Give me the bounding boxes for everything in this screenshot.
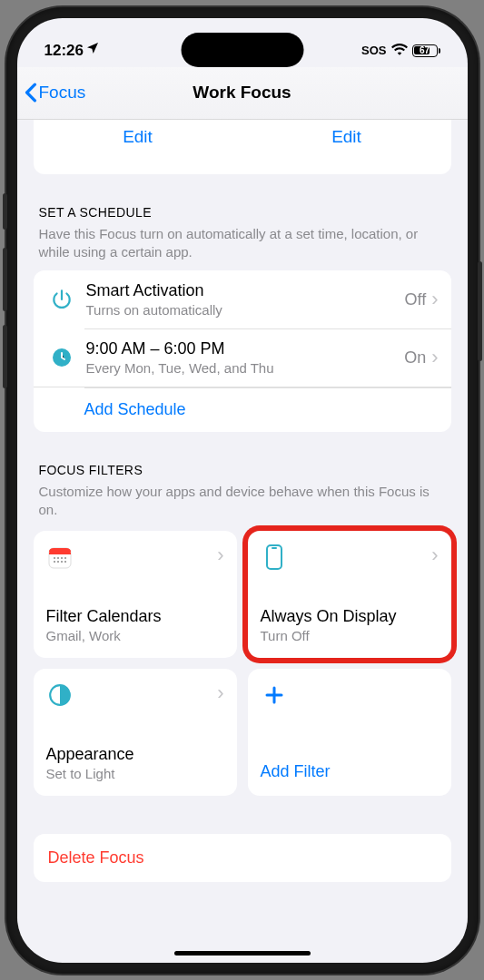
location-arrow-icon bbox=[85, 41, 100, 60]
schedule-card: Smart Activation Turns on automatically … bbox=[34, 270, 451, 432]
back-button[interactable]: Focus bbox=[25, 83, 86, 103]
filter-sub: Turn Off bbox=[261, 628, 439, 643]
row-main: 9:00 AM – 6:00 PM Every Mon, Tue, Wed, a… bbox=[86, 339, 405, 376]
svg-point-7 bbox=[64, 557, 66, 559]
sos-label: SOS bbox=[361, 44, 386, 57]
add-filter-label: Add Filter bbox=[261, 762, 439, 781]
volume-up bbox=[3, 248, 7, 311]
volume-down bbox=[3, 325, 7, 388]
status-left: 12:26 bbox=[44, 41, 100, 60]
appearance-card[interactable]: › Appearance Set to Light bbox=[34, 669, 237, 796]
filters-grid: › Filter Calendars Gmail, Work › Always … bbox=[34, 531, 451, 796]
filters-header: FOCUS FILTERS bbox=[34, 463, 451, 483]
chevron-right-icon: › bbox=[217, 544, 223, 567]
svg-rect-13 bbox=[272, 547, 277, 549]
filter-title: Filter Calendars bbox=[46, 607, 224, 626]
plus-icon bbox=[261, 681, 288, 709]
row-title: Smart Activation bbox=[86, 281, 405, 300]
add-filter-card[interactable]: Add Filter bbox=[248, 669, 451, 796]
filter-sub: Set to Light bbox=[46, 766, 224, 781]
svg-point-5 bbox=[57, 557, 59, 559]
dynamic-island bbox=[181, 33, 303, 67]
filter-sub: Gmail, Work bbox=[46, 628, 224, 643]
edit-row: Edit Edit bbox=[34, 120, 451, 174]
svg-rect-3 bbox=[49, 553, 71, 554]
svg-point-4 bbox=[54, 557, 55, 559]
back-label: Focus bbox=[39, 83, 86, 103]
row-sub: Turns on automatically bbox=[86, 302, 405, 318]
row-sub: Every Mon, Tue, Wed, and Thu bbox=[86, 360, 405, 376]
chevron-right-icon: › bbox=[431, 346, 438, 369]
power-icon bbox=[48, 286, 75, 313]
delete-focus-button[interactable]: Delete Focus bbox=[34, 834, 451, 882]
svg-point-9 bbox=[57, 561, 59, 563]
battery-icon: 67 bbox=[412, 44, 440, 57]
page-title: Work Focus bbox=[193, 83, 291, 103]
filter-title: Always On Display bbox=[261, 607, 439, 626]
mute-switch bbox=[3, 193, 7, 230]
edit-left-button[interactable]: Edit bbox=[123, 127, 153, 147]
appearance-icon bbox=[46, 681, 74, 709]
smart-activation-row[interactable]: Smart Activation Turns on automatically … bbox=[34, 270, 451, 328]
chevron-right-icon: › bbox=[431, 288, 438, 311]
filters-sub: Customize how your apps and device behav… bbox=[34, 483, 451, 520]
clock-icon bbox=[48, 344, 75, 371]
nav-header: Focus Work Focus bbox=[17, 67, 468, 120]
wifi-icon bbox=[391, 43, 408, 58]
home-indicator[interactable] bbox=[174, 951, 311, 956]
svg-point-10 bbox=[61, 561, 63, 563]
power-button bbox=[478, 261, 482, 361]
content: Edit Edit SET A SCHEDULE Have this Focus… bbox=[17, 120, 468, 963]
delete-label: Delete Focus bbox=[48, 848, 437, 867]
time-schedule-row[interactable]: 9:00 AM – 6:00 PM Every Mon, Tue, Wed, a… bbox=[34, 328, 451, 387]
row-title: 9:00 AM – 6:00 PM bbox=[86, 339, 405, 358]
status-time: 12:26 bbox=[44, 42, 84, 60]
filter-title: Appearance bbox=[46, 745, 224, 764]
chevron-right-icon: › bbox=[217, 681, 223, 705]
svg-point-8 bbox=[54, 561, 55, 563]
row-main: Smart Activation Turns on automatically bbox=[86, 281, 405, 318]
add-schedule-button[interactable]: Add Schedule bbox=[34, 387, 451, 432]
edit-right-button[interactable]: Edit bbox=[331, 127, 361, 147]
screen: 12:26 SOS 67 bbox=[17, 18, 468, 963]
phone-frame: 12:26 SOS 67 bbox=[6, 7, 479, 974]
filter-calendars-card[interactable]: › Filter Calendars Gmail, Work bbox=[34, 531, 237, 658]
phone-icon bbox=[261, 544, 288, 571]
svg-point-11 bbox=[64, 561, 66, 563]
schedule-sub: Have this Focus turn on automatically at… bbox=[34, 225, 451, 262]
chevron-right-icon: › bbox=[431, 544, 438, 567]
schedule-header: SET A SCHEDULE bbox=[34, 205, 451, 225]
row-value: On bbox=[404, 348, 426, 368]
row-value: Off bbox=[404, 290, 426, 309]
status-right: SOS 67 bbox=[361, 43, 440, 58]
always-on-display-card[interactable]: › Always On Display Turn Off bbox=[248, 531, 451, 658]
calendar-icon bbox=[46, 544, 74, 571]
svg-point-6 bbox=[61, 557, 63, 559]
